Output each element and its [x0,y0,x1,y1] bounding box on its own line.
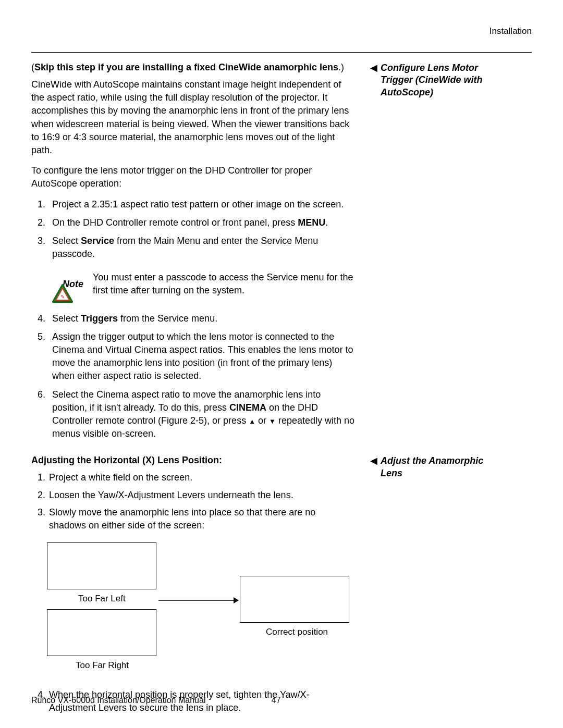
page-number: 47 [272,696,281,705]
header-divider [31,52,532,53]
step-6: Select the Cinema aspect ratio to move t… [48,388,354,441]
arrow-right-icon [158,597,239,604]
rect-too-far-right [47,609,156,656]
step-1: Project a 2.35:1 aspect ratio test patte… [48,198,354,211]
paren-close: .) [338,62,344,72]
page-footer: Runco VX-6000d Installation/Operation Ma… [31,696,532,705]
up-arrow-icon: ▲ [249,417,255,426]
step-4: Select Triggers from the Service menu. [48,312,354,325]
lens-position-diagram: Too Far Left Too Far Right Correct posit… [47,542,360,678]
autoscope-description: CineWide with AutoScope maintains consta… [31,78,354,157]
cinema-button-label: CINEMA [229,402,266,413]
adjust-steps-1-3: Project a white field on the screen. Loo… [31,471,354,532]
label-correct: Correct position [266,627,328,637]
svg-marker-4 [234,597,239,603]
note-callout: ✎ Note You must enter a passcode to acce… [52,271,354,297]
side-note-1-text: Configure Lens Motor Trigger (CineWide w… [381,62,506,98]
side-note-adjust-lens: ◀ Adjust the Anamorphic Lens [370,455,506,479]
left-pointer-icon: ◀ [370,63,377,74]
config-steps-1-3: Project a 2.35:1 aspect ratio test patte… [31,198,354,261]
skip-step-line: (Skip this step if you are installing a … [31,62,354,73]
adjust-horizontal-heading: Adjusting the Horizontal (X) Lens Positi… [31,455,354,466]
config-steps-4-6: Select Triggers from the Service menu. A… [31,312,354,441]
step-2: On the DHD Controller remote control or … [48,216,354,229]
configure-intro: To configure the lens motor trigger on t… [31,164,354,190]
label-too-far-left: Too Far Left [78,594,126,604]
label-too-far-right: Too Far Right [76,660,129,671]
rect-too-far-left [47,542,156,589]
skip-step-bold: Skip this step if you are installing a f… [34,62,338,72]
service-label: Service [81,236,114,246]
menu-button-label: MENU [298,217,325,228]
left-pointer-icon: ◀ [370,455,377,467]
rect-correct [240,576,349,623]
footer-doc-title: Runco VX-6000d Installation/Operation Ma… [31,696,205,705]
adjust-step-1: Project a white field on the screen. [48,471,354,484]
step-5: Assign the trigger output to which the l… [48,330,354,383]
note-text: You must enter a passcode to access the … [93,271,354,297]
triggers-label: Triggers [81,313,118,324]
side-note-configure-lens: ◀ Configure Lens Motor Trigger (CineWide… [370,62,506,98]
step-3: Select Service from the Main Menu and en… [48,235,354,261]
adjust-step-2: Loosen the Yaw/X-Adjustment Levers under… [48,489,354,502]
side-note-2-text: Adjust the Anamorphic Lens [381,455,506,479]
svg-text:✎: ✎ [60,294,65,300]
down-arrow-icon: ▼ [269,417,276,426]
adjust-step-3: Slowly move the anamorphic lens into pla… [48,506,354,532]
header-section-label: Installation [31,26,532,36]
